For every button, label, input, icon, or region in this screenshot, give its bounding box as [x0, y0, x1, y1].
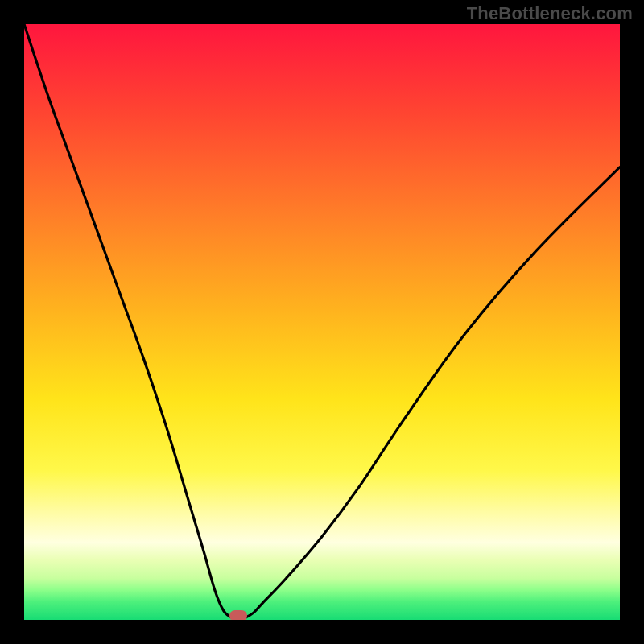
curve-svg: [24, 24, 620, 620]
watermark-text: TheBottleneck.com: [467, 3, 633, 24]
plot-area: [24, 24, 620, 620]
chart-container: TheBottleneck.com: [0, 0, 644, 644]
optimal-point-marker: [229, 610, 247, 620]
bottleneck-curve: [24, 24, 620, 620]
